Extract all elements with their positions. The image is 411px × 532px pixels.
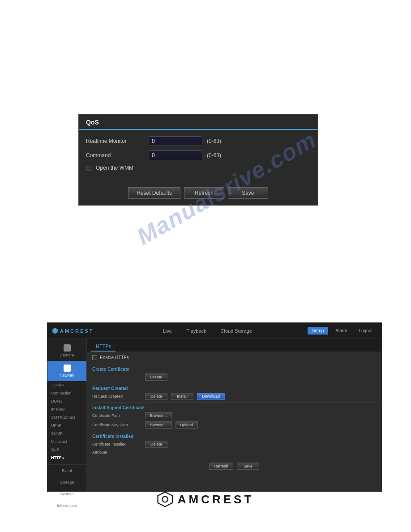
sidebar-https[interactable]: HTTPs (47, 454, 86, 462)
refresh-button[interactable]: Refresh (184, 187, 224, 199)
browse-button-1[interactable]: Browse... (145, 412, 172, 419)
browse-button-2[interactable]: Browse... (145, 421, 172, 429)
enable-https-checkbox[interactable] (92, 355, 97, 360)
sidebar-qos[interactable]: QoS (47, 446, 86, 454)
nav-cloud-storage[interactable]: Cloud Storage (218, 327, 255, 335)
sidebar-item-camera[interactable]: Camera (47, 341, 86, 361)
app-logo: ⬢ AMCREST (52, 326, 94, 335)
upload-button[interactable]: Upload (176, 421, 198, 429)
sidebar-multicast[interactable]: Multicast (47, 438, 86, 446)
sidebar-camera-label: Camera (60, 353, 74, 357)
qos-header: QoS (79, 115, 317, 130)
cert-path-row: Certificate Path Browse... (92, 412, 376, 419)
amcrest-logo-icon: ⬢ (52, 326, 58, 335)
realtime-monitor-row: Realtime Monitor (0-63) (86, 136, 310, 146)
sidebar-ip-filter[interactable]: IP Filter (47, 405, 86, 413)
install-signed-title: Install Signed Certificate (92, 405, 376, 410)
open-wmm-row: Open the WMM (86, 165, 310, 171)
command-row: Command (0-63) (86, 150, 310, 160)
sidebar-ddns[interactable]: DDNS (47, 397, 86, 405)
app-topbar: ⬢ AMCREST Live Playback Cloud Storage Se… (47, 323, 381, 339)
realtime-monitor-range: (0-63) (207, 138, 221, 144)
sidebar-event[interactable]: Event (47, 465, 86, 476)
divider-2 (92, 383, 376, 383)
reset-defaults-button[interactable]: Reset Defaults (128, 187, 180, 199)
open-wmm-checkbox[interactable] (86, 165, 92, 171)
topbar-buttons: Setup Alarm Logout (308, 327, 377, 335)
svg-point-1 (162, 497, 168, 502)
divider-5 (92, 457, 376, 457)
bottom-logo-icon (157, 491, 173, 507)
divider-1 (92, 364, 376, 364)
nav-live[interactable]: Live (160, 327, 175, 335)
realtime-monitor-input[interactable] (149, 136, 202, 146)
qos-button-row: Reset Defaults Refresh Save (79, 184, 317, 205)
content-footer: Refresh Save (92, 459, 376, 472)
alarm-button[interactable]: Alarm (331, 327, 351, 335)
create-cert-row: Create (92, 373, 376, 381)
sidebar-info-label: Information (57, 503, 77, 508)
enable-https-row: Enable HTTPs (92, 355, 376, 360)
cert-path-label: Certificate Path (92, 413, 141, 418)
app-screenshot: ⬢ AMCREST Live Playback Cloud Storage Se… (47, 322, 382, 492)
cert-key-row: Certificate Key Path Browse... Upload (92, 421, 376, 429)
sidebar-upnp[interactable]: UPnP (47, 421, 86, 429)
camera-icon (64, 344, 71, 352)
sidebar-information[interactable]: Information (47, 500, 86, 511)
bottom-logo: AMCREST (157, 491, 254, 507)
request-created-label: Request Created (92, 394, 141, 399)
enable-https-label: Enable HTTPs (100, 355, 129, 360)
command-range: (0-63) (207, 152, 221, 159)
app-nav: Live Playback Cloud Storage (107, 327, 308, 335)
tab-https[interactable]: HTTPs (91, 342, 116, 352)
realtime-monitor-label: Realtime Monitor (86, 138, 149, 144)
sidebar-item-network[interactable]: Network (47, 361, 86, 381)
content-tab-bar: HTTPs (87, 339, 381, 352)
cert-key-label: Certificate Key Path (92, 423, 141, 427)
create-button[interactable]: Create (145, 373, 167, 381)
sidebar-snmp[interactable]: SNMP (47, 429, 86, 438)
app-content: HTTPs Enable HTTPs Create Certificate Cr… (87, 339, 381, 491)
open-wmm-label: Open the WMM (96, 165, 133, 171)
command-input[interactable] (149, 150, 202, 160)
sidebar-event-label: Event (62, 468, 72, 473)
delete-button-2[interactable]: Delete (145, 441, 167, 448)
qos-panel: QoS Realtime Monitor (0-63) Command (0-6… (78, 114, 318, 206)
qos-title: QoS (86, 119, 99, 126)
amcrest-logo-text: AMCREST (60, 328, 94, 334)
attribute-label: Attribute (92, 450, 141, 455)
content-save-button[interactable]: Save (237, 463, 259, 470)
nav-playback[interactable]: Playback (184, 327, 209, 335)
install-button[interactable]: Install (171, 393, 193, 400)
content-body: Enable HTTPs Create Certificate Create R… (87, 352, 381, 476)
request-created-title: Request Created (92, 386, 376, 391)
sidebar-connection[interactable]: Connection (47, 389, 86, 397)
app-main: Camera Network TCP/IP Connection DDNS IP… (47, 339, 381, 491)
sidebar-network-label: Network (60, 373, 74, 378)
bottom-logo-text: AMCREST (178, 493, 254, 506)
sidebar-smtp[interactable]: SMTP(Email) (47, 413, 86, 421)
network-icon (64, 365, 71, 372)
create-cert-title: Create Certificate (92, 367, 376, 372)
divider-4 (92, 431, 376, 431)
sidebar-system-label: System (60, 492, 73, 496)
download-button[interactable]: Download (197, 393, 225, 400)
sidebar-tcpip[interactable]: TCP/IP (47, 381, 86, 389)
cert-installed-label: Certificate Installed (92, 442, 141, 446)
sidebar-system[interactable]: System (47, 488, 86, 500)
sidebar-storage-label: Storage (60, 480, 74, 485)
cert-installed-row: Certificate Installed Delete (92, 441, 376, 448)
logout-button[interactable]: Logout (354, 327, 377, 335)
divider-3 (92, 402, 376, 403)
cert-installed-title: Certificate Installed (92, 434, 376, 439)
delete-button-1[interactable]: Delete (145, 393, 167, 400)
command-label: Command (86, 152, 149, 159)
setup-button[interactable]: Setup (308, 327, 328, 335)
attribute-row: Attribute (92, 450, 376, 455)
content-refresh-button[interactable]: Refresh (209, 463, 233, 470)
request-created-row: Request Created Delete Install Download (92, 393, 376, 400)
app-sidebar: Camera Network TCP/IP Connection DDNS IP… (47, 339, 87, 491)
save-button[interactable]: Save (228, 187, 268, 199)
sidebar-storage[interactable]: Storage (47, 476, 86, 488)
svg-marker-0 (158, 492, 172, 506)
